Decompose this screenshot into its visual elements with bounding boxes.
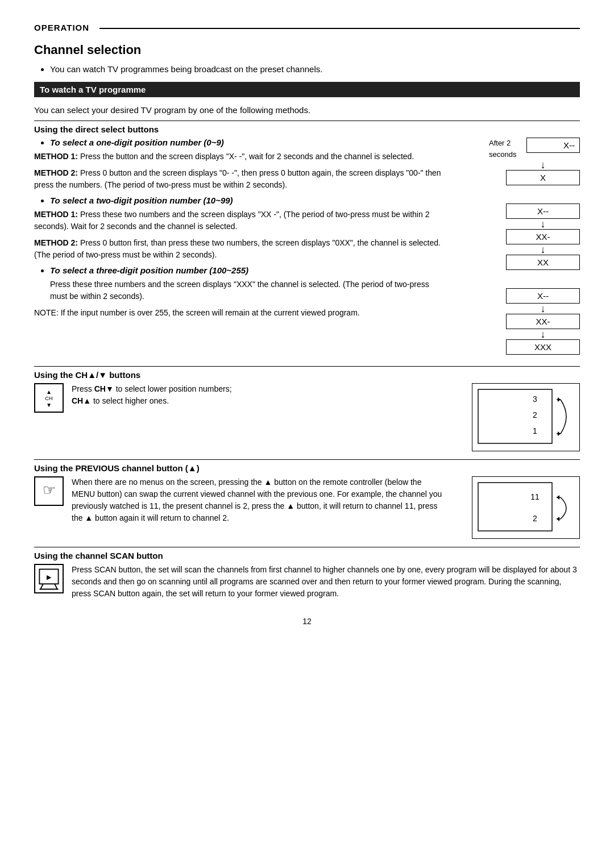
prev-channel-diagram: 11 2 [472,476,580,539]
scan-body: Press SCAN button, the set will scan the… [72,564,580,600]
ch-nav-diagram: 3 2 1 [472,383,580,451]
arrow-down-5: ↓ [541,329,546,339]
method2-one-label: METHOD 2: [34,168,78,177]
scan-icon: ▶ [34,564,64,595]
ch-text2: CH▲ to select higher ones. [72,395,443,407]
ch-icon: ▲ CH ▼ [34,383,64,414]
page-number: 12 [34,617,580,626]
diag-xx-box: XX [506,255,580,270]
three-digit-bullet-list: To select a three-digit position number … [50,265,443,275]
three-digit-body: Press these three numbers and the screen… [50,280,429,301]
left-col: To select a one-digit position number (0… [34,138,455,325]
one-digit-bullet-list: To select a one-digit position number (0… [50,138,443,147]
svg-text:▲: ▲ [46,389,52,395]
prev-left: ☞ When there are no menus on the screen,… [34,476,455,530]
method1-one-label: METHOD 1: [34,152,78,161]
after-seconds-label: After 2 seconds [489,138,516,160]
ch-section-layout: ▲ CH ▼ Press CH▼ to select lower positio… [34,383,580,451]
arrow-down-2: ↓ [541,219,546,229]
ch-icon-text: Press CH▼ to select lower position numbe… [72,383,443,407]
ch-text1: Press CH▼ to select lower position numbe… [72,383,443,395]
prev-num-2: 2 [533,514,537,523]
method2-one-digit: METHOD 2: Press 0 button and the screen … [34,167,443,191]
two-digit-bullet-list: To select a two-digit position number (1… [50,196,443,205]
one-digit-diagram: After 2 seconds X-- ↓ X [489,138,580,185]
scan-section: ▶ Press SCAN button, the set will scan t… [34,564,580,600]
three-digit-text: Press these three numbers and the screen… [50,279,443,302]
diag-xdash3-box: X-- [506,288,580,304]
intro-text: You can select your desired TV program b… [34,105,580,115]
prev-section-layout: ☞ When there are no menus on the screen,… [34,476,580,539]
method1-one-digit: METHOD 1: Press the button and the scree… [34,151,443,163]
intro-bullet-item: You can watch TV programmes being broadc… [50,64,580,74]
svg-text:CH: CH [45,396,52,401]
prev-icon-text: When there are no menus on the screen, p… [72,476,443,524]
prev-icon-row: ☞ When there are no menus on the screen,… [34,476,443,524]
svg-line-12 [55,584,57,589]
ch-icon-row: ▲ CH ▼ Press CH▼ to select lower positio… [34,383,443,414]
nav-num-1: 1 [533,426,537,435]
svg-text:▶: ▶ [47,574,52,580]
svg-line-11 [40,584,43,589]
prev-diagram-svg: 11 2 [472,477,580,539]
arrow-down-4: ↓ [541,304,546,314]
method1-one-text: Press the button and the screen displays… [80,152,414,161]
method2-two-text: Press 0 button first, than press these t… [34,238,441,259]
svg-marker-4 [558,397,561,402]
nav-num-3: 3 [533,394,537,404]
method2-two-digit: METHOD 2: Press 0 button first, than pre… [34,237,443,261]
intro-bullet-list: You can watch TV programmes being broadc… [50,64,580,74]
method1-two-label: METHOD 1: [34,210,78,219]
note-text: NOTE: If the input number is over 255, t… [34,307,443,319]
method2-one-text: Press 0 button and the screen displays "… [34,168,441,189]
prev-num-11: 11 [530,492,540,501]
diag-xxdash2-box: XX- [506,314,580,329]
method2-two-label: METHOD 2: [34,238,78,247]
svg-rect-7 [478,483,552,531]
svg-rect-3 [478,389,552,443]
two-digit-diagram-m1: X-- ↓ XX- ↓ XX [506,203,580,270]
right-col-diagrams: After 2 seconds X-- ↓ X X-- ↓ XX- [455,138,580,363]
scan-text: Press SCAN button, the set will scan the… [72,564,580,600]
diag-xxdash-box: XX- [506,229,580,244]
nav-num-2: 2 [533,410,537,420]
svg-marker-9 [557,517,559,521]
svg-text:▼: ▼ [46,402,52,408]
prev-text: When there are no menus on the screen, p… [72,476,443,524]
diag-xdash-box: X-- [526,138,580,153]
after-seconds-row: After 2 seconds X-- [489,138,580,160]
two-col-layout: To select a one-digit position number (0… [34,138,580,363]
operation-header: OPERATION [34,23,580,32]
one-digit-bullet: To select a one-digit position number (0… [50,138,443,147]
subsection-scan: Using the channel SCAN button [34,547,580,560]
arrow-down-1: ↓ [506,160,580,170]
method1-two-text: Press these two numbers and the screen d… [34,210,429,231]
arrow-down-3: ↓ [541,244,546,255]
two-digit-bullet: To select a two-digit position number (1… [50,196,443,205]
ch-nav-svg: 3 2 1 [472,384,580,452]
section-bar: To watch a TV programme [34,82,580,97]
method1-two-digit: METHOD 1: Press these two numbers and th… [34,209,443,232]
three-digit-diagram: X-- ↓ XX- ↓ XXX [506,288,580,355]
prev-icon: ☞ [34,476,64,508]
svg-marker-8 [557,495,559,500]
diag-x-box: X [506,170,580,185]
operation-title: OPERATION [34,23,89,32]
ch-right-diagram: 3 2 1 [455,383,580,451]
prev-right-diagram: 11 2 [455,476,580,539]
subsection-direct: Using the direct select buttons [34,121,580,134]
diag-xxx-box: XXX [506,339,580,355]
three-digit-bullet: To select a three-digit position number … [50,265,443,275]
page-title: Channel selection [34,43,580,57]
svg-text:☞: ☞ [43,482,56,498]
ch-left: ▲ CH ▼ Press CH▼ to select lower positio… [34,383,455,420]
operation-divider [99,28,580,29]
svg-marker-5 [558,431,561,436]
subsection-prev: Using the PREVIOUS channel button (▲) [34,459,580,473]
subsection-ch: Using the CH▲/▼ buttons [34,366,580,380]
diag-xdash2-box: X-- [506,203,580,219]
